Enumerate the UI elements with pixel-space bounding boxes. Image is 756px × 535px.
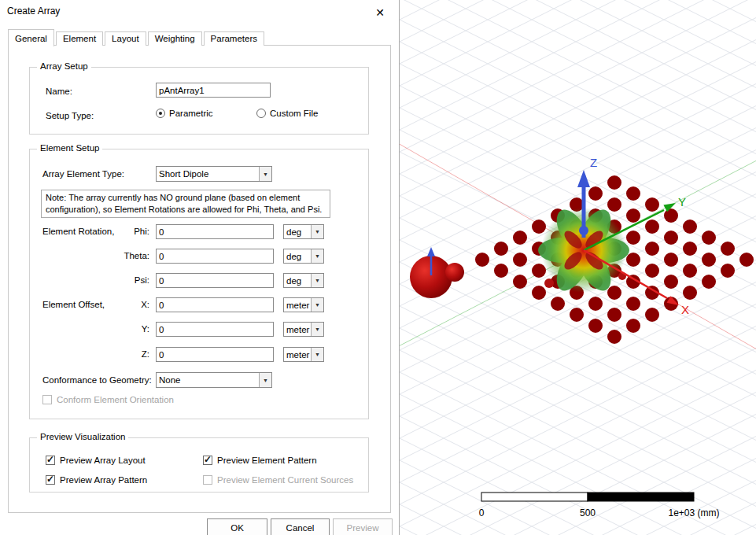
array-element-dot — [645, 242, 659, 256]
array-element-dot — [683, 286, 697, 300]
theta-label: Theta: — [77, 251, 149, 260]
conform-element-orientation-label: Conform Element Orientation — [57, 395, 174, 404]
preview-visualization-legend: Preview Visualization — [37, 432, 128, 441]
array-element-dot — [645, 197, 659, 212]
preview-array-pattern-checkbox[interactable]: Preview Array Pattern — [46, 475, 147, 485]
array-element-dot — [532, 264, 546, 278]
array-element-dot — [626, 319, 640, 333]
array-element-dot — [626, 208, 640, 223]
chevron-down-icon[interactable]: ▼ — [311, 348, 323, 361]
3d-viewport[interactable]: Z Y X 0 500 1e+03 (mm) — [400, 0, 756, 535]
custom-file-radio[interactable]: Custom File — [256, 109, 318, 118]
offset-y-input[interactable] — [156, 322, 274, 337]
psi-label: Psi: — [77, 275, 149, 285]
psi-input[interactable] — [156, 273, 274, 288]
preview-array-layout-checkbox[interactable]: Preview Array Layout — [46, 456, 146, 465]
offset-x-input[interactable] — [156, 297, 274, 312]
tab-element[interactable]: Element — [56, 31, 103, 46]
parametric-radio[interactable]: Parametric — [156, 109, 213, 118]
array-element-dot — [588, 186, 603, 201]
y-axis-label: Y — [678, 195, 686, 208]
psi-unit-value: deg — [284, 276, 311, 286]
cancel-button[interactable]: Cancel — [271, 518, 330, 535]
array-element-dot — [702, 253, 716, 267]
phi-input[interactable] — [156, 224, 274, 239]
theta-unit-combo[interactable]: deg ▼ — [283, 249, 324, 264]
offset-y-unit-combo[interactable]: meter ▼ — [283, 322, 324, 337]
preview-element-current-sources-label: Preview Element Current Sources — [217, 475, 353, 485]
x-axis-label: X — [681, 303, 689, 316]
chevron-down-icon[interactable]: ▼ — [259, 373, 271, 387]
array-element-dot — [664, 231, 678, 245]
array-element-dot — [739, 253, 754, 267]
array-element-dot — [721, 264, 735, 278]
3d-scene[interactable]: Z Y X 0 500 1e+03 (mm) — [400, 0, 756, 535]
chevron-down-icon[interactable]: ▼ — [311, 249, 323, 263]
radio-selected-icon — [156, 109, 165, 118]
offset-z-unit-combo[interactable]: meter ▼ — [283, 347, 324, 362]
name-label: Name: — [46, 87, 72, 96]
checkbox-unchecked-icon — [203, 475, 212, 485]
checkbox-checked-icon — [46, 475, 55, 485]
conformance-label: Conformance to Geometry: — [42, 375, 152, 385]
preview-element-pattern-checkbox[interactable]: Preview Element Pattern — [203, 456, 317, 465]
array-element-dot — [683, 264, 697, 278]
radio-unselected-icon — [256, 109, 266, 118]
array-element-dot — [513, 253, 527, 267]
element-setup-legend: Element Setup — [37, 143, 102, 153]
array-element-dot — [664, 275, 678, 289]
chevron-down-icon[interactable]: ▼ — [259, 167, 271, 181]
offset-y-unit-value: meter — [284, 325, 311, 334]
tab-general[interactable]: General — [8, 29, 54, 46]
tab-weighting[interactable]: Weighting — [148, 31, 202, 46]
phi-unit-combo[interactable]: deg ▼ — [283, 224, 324, 239]
array-element-type-combo[interactable]: Short Dipole ▼ — [156, 166, 272, 182]
preview-array-layout-label: Preview Array Layout — [60, 456, 146, 465]
chevron-down-icon[interactable]: ▼ — [311, 323, 323, 336]
offset-x-unit-combo[interactable]: meter ▼ — [283, 297, 324, 312]
conformance-combo[interactable]: None ▼ — [156, 372, 272, 388]
checkbox-unchecked-icon — [42, 395, 52, 404]
checkbox-checked-icon — [46, 456, 55, 465]
array-element-dot — [626, 186, 640, 201]
app-window: Create Array ✕ General Element Layout We… — [0, 0, 756, 535]
tab-parameters[interactable]: Parameters — [204, 31, 264, 46]
array-element-dot — [532, 286, 546, 300]
array-element-dot — [607, 308, 621, 322]
theta-input[interactable] — [156, 249, 274, 264]
dialog-titlebar[interactable]: Create Array ✕ — [0, 0, 399, 24]
array-element-dot — [702, 275, 716, 289]
scale-tick-500: 500 — [580, 507, 596, 518]
array-element-dot — [494, 242, 508, 256]
phi-label: Phi: — [77, 227, 149, 236]
array-element-dot — [570, 308, 584, 322]
chevron-down-icon[interactable]: ▼ — [311, 225, 323, 238]
offset-z-input[interactable] — [156, 347, 274, 362]
array-element-dot — [626, 253, 640, 267]
array-element-dot — [607, 197, 621, 212]
conform-element-orientation-checkbox: Conform Element Orientation — [42, 395, 174, 404]
psi-unit-combo[interactable]: deg ▼ — [283, 273, 324, 288]
chevron-down-icon[interactable]: ▼ — [311, 274, 323, 287]
close-icon[interactable]: ✕ — [367, 3, 393, 22]
phi-unit-value: deg — [284, 227, 311, 237]
array-name-input[interactable] — [156, 83, 271, 98]
offset-x-label: X: — [77, 300, 149, 309]
element-setup-group: Element Setup Array Element Type: Short … — [29, 149, 369, 419]
preview-element-pattern-label: Preview Element Pattern — [217, 456, 317, 465]
checkbox-checked-icon — [203, 456, 212, 465]
array-element-dot — [626, 231, 640, 245]
array-element-dot — [645, 308, 659, 322]
ok-button[interactable]: OK — [207, 518, 267, 535]
array-element-dot — [607, 286, 621, 300]
tab-layout[interactable]: Layout — [105, 31, 146, 46]
scale-tick-0: 0 — [479, 507, 485, 518]
array-element-dot — [721, 242, 735, 256]
array-setup-group: Array Setup Name: Setup Type: Parametric… — [29, 67, 369, 135]
array-element-type-label: Array Element Type: — [42, 169, 124, 179]
chevron-down-icon[interactable]: ▼ — [311, 298, 323, 312]
offset-z-label: Z: — [77, 349, 149, 359]
scale-bar-segment-black — [588, 493, 694, 501]
offset-z-unit-value: meter — [284, 350, 311, 360]
conformance-value: None — [157, 375, 259, 385]
